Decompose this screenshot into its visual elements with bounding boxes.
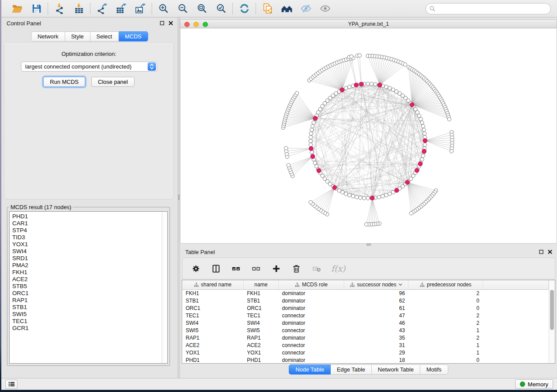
network-node[interactable]: [284, 146, 288, 150]
table-cell[interactable]: FKH1: [182, 289, 243, 297]
network-node[interactable]: [309, 200, 312, 204]
network-node[interactable]: [366, 82, 370, 86]
table-cell[interactable]: 96: [344, 289, 408, 297]
table-cell[interactable]: SWI5: [243, 327, 278, 334]
mcds-hub-node[interactable]: [394, 188, 399, 193]
table-cell[interactable]: ORC1: [182, 304, 243, 312]
mcds-result-item[interactable]: ORC1: [12, 290, 162, 297]
export-network-button[interactable]: [96, 3, 108, 15]
table-cell[interactable]: 61: [344, 304, 408, 312]
mcds-result-list[interactable]: PHD1CAR1STP4TID3YOX1SWI4SRD1PMA2FKH1ACE2…: [10, 212, 162, 363]
network-node[interactable]: [388, 192, 391, 196]
network-node[interactable]: [344, 86, 348, 90]
show-all-button[interactable]: [319, 3, 331, 15]
mcds-hub-node[interactable]: [309, 147, 313, 151]
table-cell[interactable]: [483, 334, 548, 341]
table-row[interactable]: RAP1RAP1dominator352: [182, 334, 549, 341]
table-cell[interactable]: [483, 327, 548, 334]
float-table-panel-button[interactable]: [539, 249, 544, 254]
window-close-icon[interactable]: [184, 22, 190, 27]
network-node[interactable]: [374, 83, 377, 86]
tab-node-table[interactable]: Node Table: [289, 364, 331, 375]
network-node[interactable]: [409, 211, 413, 215]
table-cell[interactable]: [483, 312, 548, 319]
add-button[interactable]: [271, 263, 281, 274]
mcds-hub-node[interactable]: [360, 82, 364, 86]
table-cell[interactable]: dominator: [278, 319, 344, 327]
close-panel-button[interactable]: [168, 21, 173, 26]
table-cell[interactable]: PHD1: [243, 356, 278, 363]
tab-network[interactable]: Network: [31, 31, 65, 41]
network-node[interactable]: [359, 196, 362, 199]
network-node[interactable]: [358, 54, 361, 57]
table-cell[interactable]: STB1: [243, 297, 278, 304]
table-cell[interactable]: 1: [408, 327, 483, 334]
network-node[interactable]: [351, 194, 355, 198]
mcds-hub-node[interactable]: [311, 155, 315, 159]
mcds-result-item[interactable]: FKH1: [12, 269, 162, 276]
zoom-in-button[interactable]: [157, 3, 170, 15]
save-button[interactable]: [30, 3, 42, 15]
mcds-hub-node[interactable]: [423, 138, 427, 143]
mcds-result-item[interactable]: STB5: [12, 283, 162, 290]
mcds-hub-node[interactable]: [313, 116, 318, 120]
network-node[interactable]: [362, 196, 366, 200]
close-mcds-panel-button[interactable]: Close panel: [91, 77, 135, 87]
table-cell[interactable]: 0: [408, 356, 483, 363]
table-cell[interactable]: 2: [408, 289, 483, 297]
network-node[interactable]: [377, 195, 381, 199]
table-cell[interactable]: dominator: [278, 334, 344, 341]
table-cell[interactable]: connector: [278, 327, 344, 334]
mcds-hub-node[interactable]: [422, 149, 426, 154]
network-node[interactable]: [309, 132, 313, 135]
mcds-hub-node[interactable]: [415, 168, 419, 173]
network-node[interactable]: [421, 154, 425, 158]
mcds-result-item[interactable]: GCR1: [12, 325, 162, 332]
mcds-result-item[interactable]: TID3: [12, 234, 162, 241]
table-cell[interactable]: TEC1: [243, 312, 278, 319]
zoom-selected-button[interactable]: [215, 3, 227, 15]
network-node[interactable]: [309, 143, 312, 146]
mcds-result-item[interactable]: SRD1: [12, 255, 162, 262]
mcds-hub-node[interactable]: [405, 180, 410, 185]
mcds-result-item[interactable]: TEC1: [12, 318, 162, 325]
mcds-hub-node[interactable]: [340, 88, 344, 92]
column-header-shared-name[interactable]: shared name: [182, 280, 243, 289]
search-input[interactable]: [438, 6, 547, 12]
run-mcds-button[interactable]: Run MCDS: [43, 77, 85, 87]
table-cell[interactable]: [483, 289, 548, 297]
criterion-dropdown[interactable]: largest connected component (undirected): [21, 62, 157, 72]
table-row[interactable]: SWI5SWI5connector431: [182, 327, 549, 334]
deselect-all-button[interactable]: [251, 263, 261, 274]
table-cell[interactable]: RAP1: [182, 334, 243, 341]
network-node[interactable]: [311, 124, 314, 128]
table-scrollbar[interactable]: [549, 280, 555, 363]
table-cell[interactable]: SWI4: [182, 319, 243, 327]
table-scrollbar-thumb[interactable]: [550, 290, 554, 330]
table-cell[interactable]: 29: [344, 349, 408, 356]
table-cell[interactable]: FKH1: [243, 289, 278, 297]
mcds-result-item[interactable]: PHD1: [12, 213, 162, 220]
network-node[interactable]: [423, 143, 427, 146]
table-cell[interactable]: dominator: [278, 289, 344, 297]
table-cell[interactable]: 47: [344, 312, 408, 319]
task-history-button[interactable]: [5, 380, 17, 389]
first-neighbors-button[interactable]: [280, 3, 293, 15]
table-cell[interactable]: [483, 349, 548, 356]
mcds-hub-node[interactable]: [370, 196, 374, 200]
table-row[interactable]: PHD1PHD1dominator180: [182, 356, 549, 363]
network-window-titlebar[interactable]: YPA_prune.txt_1: [180, 19, 557, 28]
mcds-result-item[interactable]: STP4: [12, 227, 162, 234]
network-node[interactable]: [364, 223, 368, 226]
table-cell[interactable]: dominator: [278, 356, 344, 363]
network-node[interactable]: [447, 117, 451, 121]
network-node[interactable]: [384, 193, 388, 197]
zoom-out-button[interactable]: [176, 3, 189, 15]
network-node[interactable]: [344, 192, 348, 196]
network-node[interactable]: [388, 86, 391, 90]
table-cell[interactable]: dominator: [278, 297, 344, 304]
table-cell[interactable]: [483, 319, 548, 327]
network-node[interactable]: [422, 128, 426, 131]
network-node[interactable]: [366, 196, 370, 200]
mcds-result-item[interactable]: CAR1: [12, 220, 162, 227]
